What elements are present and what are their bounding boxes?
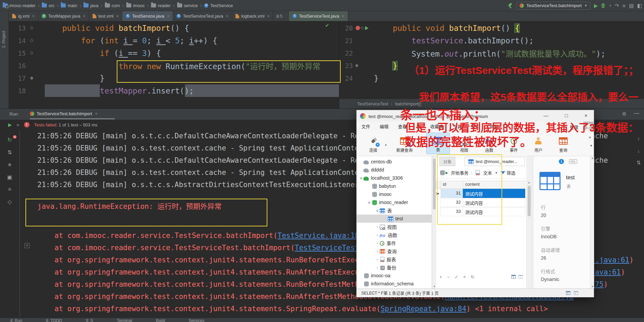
editor-right-pane[interactable]: 20 public void batchImport() {21 testSer…: [339, 22, 644, 99]
status-bar-item[interactable]: 4: Run: [10, 318, 22, 322]
fold-marker-icon[interactable]: [361, 26, 364, 30]
hidden-tabs-indicator[interactable]: ≣ 5: [273, 11, 285, 21]
test-failed-run-icon[interactable]: [356, 26, 374, 30]
chevron-down-icon[interactable]: ▼: [590, 144, 593, 147]
breadcrumb-class[interactable]: TestServiceTest: [357, 101, 388, 106]
status-bar-item[interactable]: 9: S: [86, 318, 93, 322]
breadcrumb-item[interactable]: service ›: [177, 3, 204, 8]
menu-item[interactable]: 编辑: [375, 123, 393, 129]
editor-tab[interactable]: test.xml ×: [89, 11, 122, 21]
tree-chevron-icon[interactable]: ∨: [375, 208, 380, 213]
editor-tab[interactable]: TestService.java ×: [122, 11, 173, 21]
ddl-icon[interactable]: DDL: [569, 159, 577, 164]
code-area[interactable]: 13 public void batchImport() {14 for (in…: [9, 22, 320, 97]
close-icon[interactable]: ×: [167, 14, 169, 19]
breadcrumb-item[interactable]: java ›: [83, 3, 105, 8]
close-icon[interactable]: ×: [95, 112, 97, 116]
close-icon[interactable]: ×: [32, 14, 35, 19]
code-line[interactable]: 14 for (int i = 0; i < 5; i++) {: [9, 34, 320, 47]
editor-tab[interactable]: TestServiceTest.java ×: [173, 11, 232, 21]
minimize-icon[interactable]: —: [634, 110, 639, 116]
grid-view-icon[interactable]: [566, 291, 570, 295]
toolbar-button-query[interactable]: 查询: [553, 133, 574, 154]
stop-icon[interactable]: ■: [0, 162, 19, 168]
tree-item[interactable]: › 备份: [357, 263, 432, 271]
tree-item[interactable]: › 查询: [357, 247, 432, 255]
scroll-down-icon[interactable]: ▼: [433, 285, 436, 288]
sort-icon[interactable]: ⇅: [0, 149, 19, 156]
breadcrumb-item[interactable]: reader ›: [151, 3, 177, 8]
apply-icon[interactable]: ✓: [454, 274, 458, 280]
delete-record-icon[interactable]: −: [447, 274, 450, 280]
form-view-icon[interactable]: [574, 291, 578, 295]
tree-chevron-icon[interactable]: ›: [375, 257, 380, 261]
tree-chevron-icon[interactable]: ›: [375, 225, 380, 229]
profiler-button[interactable]: ↷: [615, 3, 619, 9]
run-button[interactable]: ▶: [594, 3, 598, 9]
status-bar-item[interactable]: Terminal: [117, 318, 132, 322]
close-icon[interactable]: ×: [342, 14, 344, 19]
tree-chevron-icon[interactable]: ›: [375, 241, 380, 245]
fold-marker-icon[interactable]: [30, 26, 34, 30]
fold-marker-icon[interactable]: [30, 77, 34, 80]
fold-marker-icon[interactable]: [355, 64, 359, 67]
pin-icon[interactable]: ◇: [0, 199, 19, 205]
close-icon[interactable]: ×: [116, 14, 118, 19]
tree-item[interactable]: test: [357, 215, 432, 223]
grid-view-icon[interactable]: [511, 275, 516, 279]
code-line[interactable]: 21 testService.batchImport();: [339, 34, 644, 47]
tree-item[interactable]: information_schema: [357, 280, 432, 288]
toolbar-button-plug[interactable]: +连接▼: [362, 133, 384, 154]
inspection-ok-icon[interactable]: ✔: [325, 22, 329, 28]
breadcrumb-item[interactable]: main ›: [61, 3, 83, 8]
scroll-up-icon[interactable]: ↑: [635, 136, 642, 142]
form-view-icon[interactable]: [518, 275, 523, 279]
fold-marker-icon[interactable]: [30, 39, 34, 42]
tree-chevron-icon[interactable]: ›: [375, 249, 380, 253]
run-tab[interactable]: TestServiceTest.batchImport ×: [30, 109, 97, 119]
expand-fold-icon[interactable]: +: [24, 243, 30, 248]
tree-item[interactable]: imooc: [357, 190, 432, 198]
window-icon[interactable]: ◧: [637, 3, 642, 9]
tree-item[interactable]: › 视图: [357, 223, 432, 231]
list-icon[interactable]: ≡: [0, 186, 19, 193]
info-icon[interactable]: i: [559, 159, 564, 164]
breadcrumb-item[interactable]: com ›: [105, 3, 126, 8]
status-bar-item[interactable]: 6: TODO: [46, 318, 62, 322]
editor-tab[interactable]: TestMapper.java ×: [38, 11, 89, 21]
close-icon[interactable]: ×: [226, 14, 228, 19]
build-hammer-icon[interactable]: [507, 3, 513, 9]
gear-icon[interactable]: ⚙: [622, 111, 626, 117]
cancel-icon[interactable]: ×: [463, 274, 466, 280]
scroll-down-icon[interactable]: ↓: [635, 148, 642, 154]
coverage-button[interactable]: ◔: [608, 3, 611, 8]
tree-item[interactable]: › 函数: [357, 231, 432, 239]
tool-window-button[interactable]: 1: Project: [1, 31, 6, 48]
code-line[interactable]: 18 testMapper.insert();: [9, 84, 320, 97]
add-record-icon[interactable]: +: [439, 274, 442, 280]
breadcrumb-item[interactable]: imooc ›: [126, 3, 151, 8]
tree-chevron-icon[interactable]: ∨: [359, 176, 363, 180]
stack-frame-line[interactable]: at org.springframework.test.context.juni…: [20, 303, 633, 315]
tree-item[interactable]: ∨ imooc_reader: [357, 198, 432, 206]
fold-marker-icon[interactable]: [30, 52, 34, 55]
panel-scrollbar[interactable]: ▲ ▼: [590, 156, 594, 288]
tree-chevron-icon[interactable]: ∨: [367, 200, 372, 205]
layout-icon[interactable]: ▤: [629, 3, 634, 9]
menu-item[interactable]: 文件: [357, 123, 375, 129]
rerun-icon[interactable]: ▶: [8, 122, 12, 127]
filter-button[interactable]: 筛选: [507, 169, 515, 176]
status-bar-item[interactable]: Build: [156, 318, 165, 322]
editor-tab[interactable]: logback.xml ×: [232, 11, 273, 21]
tree-chevron-icon[interactable]: ›: [375, 265, 380, 269]
toolbar-overflow-icon[interactable]: »: [589, 135, 591, 140]
tree-item[interactable]: imooc-oa: [357, 271, 432, 280]
close-icon[interactable]: ×: [267, 14, 269, 19]
soft-wrap-icon[interactable]: ⇅: [635, 160, 642, 166]
rerun-failed-tests-icon[interactable]: ↻9: [0, 137, 19, 143]
chevron-down-icon[interactable]: ▼: [384, 144, 387, 147]
debug-button[interactable]: [601, 3, 605, 8]
close-icon[interactable]: ×: [83, 14, 86, 19]
status-bar-item[interactable]: Services: [189, 318, 204, 322]
tree-item[interactable]: ddddd: [357, 166, 432, 174]
